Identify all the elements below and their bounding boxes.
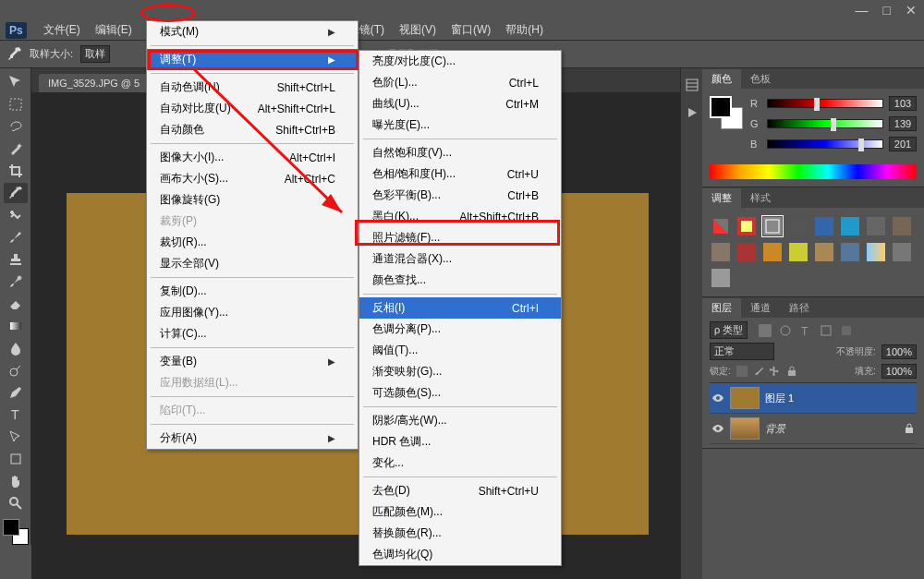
ma-invert[interactable]: 反相(I)Ctrl+I	[359, 297, 561, 319]
menu-help[interactable]: 帮助(H)	[498, 20, 551, 40]
mi-rotate[interactable]: 图像旋转(G)▶	[147, 189, 358, 211]
mi-canvas-size[interactable]: 画布大小(S)...Alt+Ctrl+C	[147, 168, 358, 189]
panel-tab-color[interactable]: 颜色	[702, 69, 741, 89]
mi-img-size[interactable]: 图像大小(I)...Alt+Ctrl+I	[147, 147, 358, 168]
menu-file[interactable]: 文件(E)	[36, 20, 88, 40]
dodge-tool[interactable]	[4, 360, 28, 380]
adj-ic-12[interactable]	[787, 241, 809, 263]
mi-auto-contrast[interactable]: 自动对比度(U)Alt+Shift+Ctrl+L	[147, 98, 358, 119]
lock-pos-icon[interactable]	[770, 366, 781, 377]
history-panel-icon[interactable]	[685, 78, 699, 92]
pen-tool[interactable]	[4, 382, 28, 403]
mi-reveal[interactable]: 显示全部(V)	[147, 253, 358, 274]
ma-collu[interactable]: 颜色查找...	[359, 270, 561, 291]
adj-ic-5[interactable]	[813, 215, 835, 237]
fill-value[interactable]: 100%	[881, 364, 917, 379]
sample-size-select[interactable]: 取样	[80, 45, 110, 63]
move-tool[interactable]	[4, 72, 28, 92]
opacity-value[interactable]: 100%	[881, 344, 917, 359]
ma-desat[interactable]: 去色(D)Shift+Ctrl+U	[359, 480, 561, 501]
panel-tab-style[interactable]: 样式	[741, 188, 780, 208]
adj-ic-10[interactable]	[736, 241, 758, 263]
document-tab[interactable]: IMG_3529.JPG @ 5	[39, 74, 149, 92]
adj-ic-15[interactable]	[865, 241, 887, 263]
ma-curves[interactable]: 曲线(U)...Ctrl+M	[359, 93, 561, 115]
blur-tool[interactable]	[4, 338, 28, 358]
brush-tool[interactable]	[4, 227, 28, 247]
type-tool[interactable]: T	[4, 404, 28, 425]
mi-auto-color[interactable]: 自动颜色Shift+Ctrl+B	[147, 119, 358, 140]
hand-tool[interactable]	[4, 471, 28, 491]
ma-levels[interactable]: 色阶(L)...Ctrl+L	[359, 72, 561, 93]
panel-tab-swatch[interactable]: 色板	[741, 69, 780, 89]
eye-icon[interactable]	[711, 392, 724, 404]
menu-view[interactable]: 视图(V)	[392, 20, 444, 40]
zoom-tool[interactable]	[4, 493, 28, 513]
panel-tab-channels[interactable]: 通道	[741, 298, 780, 318]
shape-tool[interactable]	[4, 449, 28, 469]
marquee-tool[interactable]	[4, 94, 28, 115]
path-select-tool[interactable]	[4, 427, 28, 447]
mi-adjust[interactable]: 调整(T)▶	[147, 49, 358, 70]
ma-selcol[interactable]: 可选颜色(S)...	[359, 382, 561, 404]
blend-mode-select[interactable]: 正常	[710, 343, 774, 360]
mi-apply[interactable]: 应用图像(Y)...	[147, 302, 358, 323]
g-slider[interactable]	[767, 119, 883, 128]
adj-ic-11[interactable]	[761, 241, 784, 263]
lasso-tool[interactable]	[4, 116, 28, 137]
layer-item-1[interactable]: 图层 1	[710, 383, 917, 414]
play-panel-icon[interactable]	[685, 105, 699, 120]
hue-strip[interactable]	[710, 164, 917, 179]
menu-edit[interactable]: 编辑(E)	[88, 20, 140, 40]
crop-tool[interactable]	[4, 161, 28, 181]
minimize-button[interactable]: —	[856, 3, 869, 18]
r-value[interactable]: 103	[889, 96, 917, 111]
layer-item-bg[interactable]: 背景	[710, 414, 917, 444]
ma-match[interactable]: 匹配颜色(M)...	[359, 501, 561, 523]
adj-ic-13[interactable]	[813, 241, 835, 263]
ma-shadow[interactable]: 阴影/高光(W)...	[359, 410, 561, 431]
b-value[interactable]: 201	[889, 137, 917, 151]
ma-vibrance[interactable]: 自然饱和度(V)...	[359, 142, 561, 163]
lock-trans-icon[interactable]	[736, 366, 748, 377]
mi-mode[interactable]: 模式(M)▶	[147, 21, 358, 42]
wand-tool[interactable]	[4, 139, 28, 159]
ma-hdr[interactable]: HDR 色调...	[359, 431, 561, 452]
ma-colbal[interactable]: 色彩平衡(B)...Ctrl+B	[359, 185, 561, 206]
gradient-tool[interactable]	[4, 316, 28, 336]
mi-calc[interactable]: 计算(C)...	[147, 323, 358, 344]
mi-vars[interactable]: 变量(B)▶	[147, 351, 358, 372]
ma-photof[interactable]: 照片滤镜(F)...	[359, 227, 561, 248]
stamp-tool[interactable]	[4, 249, 28, 270]
mi-trim[interactable]: 裁切(R)...	[147, 232, 358, 253]
ma-thresh[interactable]: 阈值(T)...	[359, 340, 561, 361]
ma-bw[interactable]: 黑白(K)...Alt+Shift+Ctrl+B	[359, 206, 561, 227]
lock-all-icon[interactable]	[786, 366, 797, 377]
panel-tab-paths[interactable]: 路径	[780, 298, 819, 318]
ma-poster[interactable]: 色调分离(P)...	[359, 319, 561, 340]
ma-exposure[interactable]: 曝光度(E)...	[359, 115, 561, 136]
filter-smart-icon[interactable]	[840, 324, 853, 337]
adj-ic-8[interactable]	[891, 215, 913, 237]
mi-auto-tone[interactable]: 自动色调(N)Shift+Ctrl+L	[147, 77, 358, 98]
adj-ic-14[interactable]	[839, 241, 861, 263]
ma-chmix[interactable]: 通道混合器(X)...	[359, 248, 561, 270]
r-slider[interactable]	[767, 99, 883, 108]
eye-icon[interactable]	[711, 422, 724, 435]
adj-ic-4[interactable]	[787, 215, 809, 237]
heal-tool[interactable]	[4, 205, 28, 225]
adj-ic-16[interactable]	[891, 241, 913, 263]
layer-filter-select[interactable]: ρ 类型	[710, 321, 748, 339]
close-button[interactable]: ✕	[906, 3, 917, 18]
fg-bg-swatch[interactable]	[3, 519, 29, 545]
panel-tab-layers[interactable]: 图层	[702, 298, 741, 318]
menu-window[interactable]: 窗口(W)	[444, 20, 498, 40]
adj-ic-2[interactable]	[736, 215, 758, 237]
filter-adjust-icon[interactable]	[779, 324, 792, 337]
eraser-tool[interactable]	[4, 294, 28, 314]
adj-ic-9[interactable]	[710, 241, 732, 263]
mi-duplicate[interactable]: 复制(D)...	[147, 281, 358, 302]
ma-replace[interactable]: 替换颜色(R)...	[359, 523, 561, 544]
filter-pixel-icon[interactable]	[759, 324, 772, 337]
ma-hsl[interactable]: 色相/饱和度(H)...Ctrl+U	[359, 163, 561, 185]
